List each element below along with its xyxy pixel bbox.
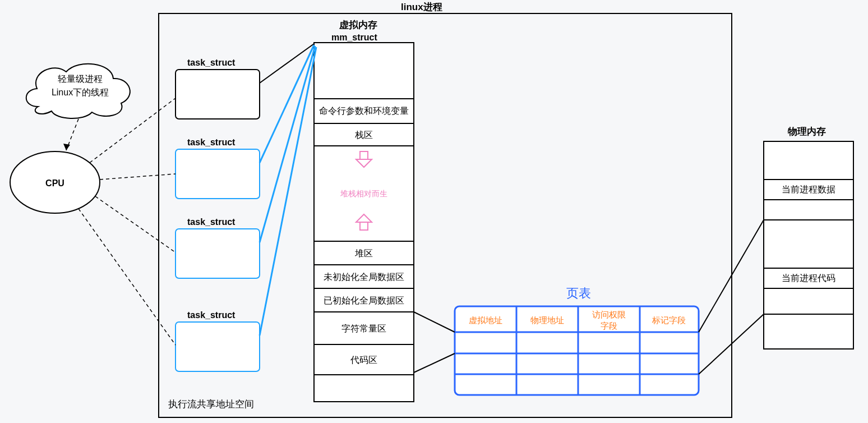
task-struct-4: [176, 322, 260, 371]
phys-code: 当前进程代码: [782, 273, 835, 283]
seg-args-env: 命令行参数和环境变量: [319, 106, 409, 116]
diagram-root: linux进程 虚拟内存 mm_struct 命令行参数和环境变量 栈区 堆栈相…: [0, 0, 868, 423]
task-struct-1: [176, 70, 260, 119]
page-table: 虚拟地址 物理地址 访问权限 字段 标记字段: [455, 306, 699, 395]
pt-h-perm2: 字段: [601, 321, 617, 330]
seg-stack: 栈区: [354, 130, 373, 140]
physical-memory-column: 当前进程数据 当前进程代码: [764, 141, 853, 349]
pt-h-vaddr: 虚拟地址: [469, 315, 502, 325]
linux-process-title: linux进程: [401, 2, 442, 12]
canvas-bg: [0, 0, 868, 423]
cloud-line2: Linux下的线程: [52, 88, 109, 97]
task-struct-4-label: task_struct: [187, 310, 236, 320]
virtual-memory-column: 命令行参数和环境变量 栈区 堆栈相对而生 堆区 未初始化全局数据区 已初始化全局…: [314, 43, 414, 402]
mm-struct-label: mm_struct: [331, 33, 377, 42]
svg-rect-26: [764, 141, 853, 349]
task-struct-2: [176, 149, 260, 199]
seg-heap: 堆区: [354, 249, 373, 258]
virtual-memory-title: 虚拟内存: [339, 20, 377, 30]
footer-text: 执行流共享地址空间: [168, 399, 254, 410]
pt-h-paddr: 物理地址: [530, 315, 564, 325]
seg-bss: 未初始化全局数据区: [324, 272, 404, 282]
phys-mem-title: 物理内存: [787, 126, 826, 137]
cloud-line1: 轻量级进程: [58, 74, 103, 84]
pt-h-flag: 标记字段: [652, 315, 686, 325]
phys-data: 当前进程数据: [782, 185, 835, 194]
task-struct-3: [176, 229, 260, 278]
seg-rodata: 字符常量区: [341, 324, 386, 333]
seg-text: 代码区: [350, 355, 377, 365]
pt-h-perm1: 访问权限: [592, 310, 626, 319]
page-table-title: 页表: [566, 286, 591, 300]
task-struct-1-label: task_struct: [187, 58, 236, 67]
cpu-label: CPU: [45, 178, 64, 188]
heap-stack-note: 堆栈相对而生: [340, 189, 387, 198]
task-struct-2-label: task_struct: [187, 137, 236, 147]
task-struct-3-label: task_struct: [187, 217, 236, 227]
seg-data: 已初始化全局数据区: [324, 296, 404, 305]
